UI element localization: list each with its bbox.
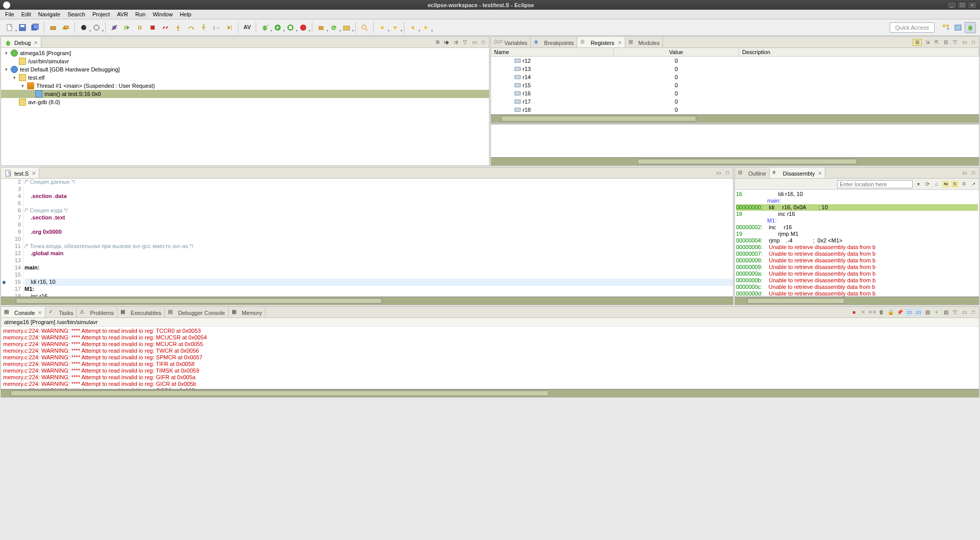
back-button[interactable]: ▾: [407, 22, 419, 33]
marker[interactable]: [1, 229, 8, 236]
console-scroll-icon[interactable]: 🔒: [887, 309, 894, 316]
menu-navigate[interactable]: Navigate: [35, 10, 63, 18]
open-perspective-button[interactable]: +: [940, 22, 951, 33]
tree-row[interactable]: ▾atmega16 [Program]: [1, 49, 489, 57]
code-line[interactable]: .org 0x0000: [24, 229, 733, 236]
new-button[interactable]: ▾: [4, 22, 15, 33]
code-line[interactable]: /* Секция кода */: [24, 207, 733, 214]
marker[interactable]: [1, 264, 8, 272]
code-line[interactable]: .global main: [24, 250, 733, 257]
minimize-icon[interactable]: ▭: [961, 309, 968, 316]
console-open-icon[interactable]: ▤: [924, 309, 931, 316]
disconnect-button[interactable]: [160, 22, 171, 33]
disasm-line[interactable]: 00000007: Unable to retrieve disassembly…: [736, 251, 978, 257]
disasm-hscrollbar[interactable]: [735, 297, 979, 305]
register-row[interactable]: r140: [491, 73, 979, 81]
reg-col-value[interactable]: Value: [614, 48, 739, 56]
close-icon[interactable]: ✕: [618, 40, 622, 45]
step-over-button[interactable]: [185, 22, 197, 33]
disasm-line[interactable]: 0000000b: Unable to retrieve disassembly…: [736, 277, 978, 284]
prev-annot-button[interactable]: ▾: [377, 22, 388, 33]
tab-console[interactable]: ▤Console✕: [1, 307, 45, 317]
tree-row[interactable]: main() at test.S:16 0x0: [1, 90, 489, 98]
tab-outline[interactable]: ⊟Outline: [735, 167, 770, 178]
tab-tasks[interactable]: ✓Tasks: [45, 307, 77, 317]
tab-registers[interactable]: ⊞Registers✕: [577, 37, 625, 47]
console-output[interactable]: memory.c:224: WARNING: **** Attempt to r…: [1, 327, 979, 389]
console-select-icon[interactable]: ▭: [915, 309, 922, 316]
marker[interactable]: [1, 222, 8, 229]
editor-tab[interactable]: .S test.S ✕: [1, 167, 39, 178]
menu-edit[interactable]: Edit: [18, 10, 34, 18]
code-line[interactable]: [24, 186, 733, 193]
register-row[interactable]: r150: [491, 81, 979, 89]
twistie-icon[interactable]: ▾: [4, 51, 9, 56]
marker[interactable]: [1, 193, 8, 200]
close-icon[interactable]: ✕: [34, 40, 38, 45]
disasm-line[interactable]: M1:: [736, 217, 978, 224]
register-row[interactable]: r130: [491, 65, 979, 73]
console-clear-icon[interactable]: 🗑: [878, 309, 885, 316]
copy-icon[interactable]: ⎘: [961, 181, 968, 188]
tab-variables[interactable]: (x)=Variables: [491, 37, 531, 47]
menu-search[interactable]: Search: [64, 10, 88, 18]
maximize-icon[interactable]: □: [970, 309, 977, 316]
console-display-icon[interactable]: ▭: [905, 309, 913, 316]
marker[interactable]: [1, 179, 8, 186]
twistie-icon[interactable]: ▾: [12, 75, 17, 80]
marker[interactable]: [1, 279, 8, 286]
tab-debugger-console[interactable]: ▤Debugger Console: [165, 307, 229, 317]
marker[interactable]: [1, 186, 8, 193]
twistie-icon[interactable]: ▾: [4, 67, 9, 72]
code-line[interactable]: .section .data: [24, 193, 733, 200]
disasm-line[interactable]: 0000000d: Unable to retrieve disassembly…: [736, 290, 978, 297]
disasm-line[interactable]: 16 ldi r16, 10: [736, 191, 978, 198]
goto-icon[interactable]: ↗: [970, 181, 977, 188]
marker[interactable]: [1, 214, 8, 222]
quick-access-input[interactable]: Quick Access: [890, 22, 935, 33]
minimize-icon[interactable]: ▭: [961, 39, 968, 46]
avr-button[interactable]: AVR*: [241, 22, 253, 33]
register-row[interactable]: r170: [491, 97, 979, 106]
console-menu-icon[interactable]: ▤: [942, 309, 949, 316]
home-icon[interactable]: ⌂: [933, 181, 940, 188]
disasm-line[interactable]: 0000000a: Unable to retrieve disassembly…: [736, 271, 978, 277]
build-button[interactable]: [47, 22, 59, 33]
menu-avr[interactable]: AVR: [114, 10, 131, 18]
register-row[interactable]: r120: [491, 57, 979, 65]
code-line[interactable]: inc r16: [24, 293, 733, 297]
disasm-menu-icon[interactable]: ▾: [915, 181, 922, 188]
disasm-line[interactable]: 00000009: Unable to retrieve disassembly…: [736, 264, 978, 271]
debug-toolbar-icon[interactable]: ⚙: [434, 39, 441, 46]
next-annot-button[interactable]: ▾: [389, 22, 401, 33]
disasm-line[interactable]: 0000000c: Unable to retrieve disassembly…: [736, 284, 978, 290]
maximize-icon[interactable]: □: [970, 39, 977, 46]
new-folder-button[interactable]: ▾: [341, 22, 352, 33]
reg-col-name[interactable]: Name: [491, 48, 614, 56]
editor-hscrollbar[interactable]: [1, 297, 733, 305]
close-icon[interactable]: ✕: [818, 170, 822, 176]
tab-disassembly[interactable]: ≡Disassembly✕: [770, 167, 825, 178]
build-all-button[interactable]: [60, 22, 71, 33]
minimize-icon[interactable]: ▭: [961, 169, 968, 177]
console-pin-icon[interactable]: 📌: [896, 309, 903, 316]
disasm-line[interactable]: 00000008: Unable to retrieve disassembly…: [736, 257, 978, 264]
detail-hscrollbar[interactable]: [491, 157, 979, 165]
console-new-icon[interactable]: +: [933, 309, 940, 316]
save-all-button[interactable]: [30, 22, 41, 33]
run-button[interactable]: ▾: [272, 22, 283, 33]
marker[interactable]: [1, 286, 8, 293]
debug-tree[interactable]: ▾atmega16 [Program]/usr/bin/simulavr▾tes…: [1, 48, 489, 165]
console-removeall-icon[interactable]: ✕✕: [869, 309, 876, 316]
marker[interactable]: [1, 207, 8, 214]
code-line[interactable]: M1:: [24, 286, 733, 293]
console-terminate-icon[interactable]: ■: [850, 309, 857, 316]
run-to-line-button[interactable]: [224, 22, 235, 33]
view-menu-icon[interactable]: ▽: [951, 309, 959, 316]
code-line[interactable]: main:: [24, 264, 733, 272]
maximize-icon[interactable]: □: [724, 169, 731, 177]
reg-collapse-icon[interactable]: ⊟: [942, 39, 949, 46]
registers-hscrollbar[interactable]: [491, 114, 979, 122]
code-line[interactable]: [24, 200, 733, 207]
disasm-line[interactable]: 00000004: rjmp .-4 ; 0x2 <M1>: [736, 237, 978, 244]
